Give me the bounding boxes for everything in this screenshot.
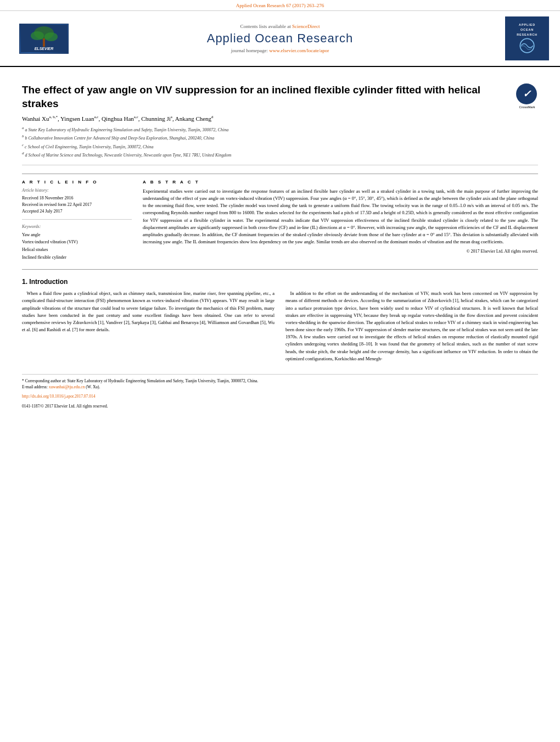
intro-section-name: Introduction (29, 278, 68, 286)
received-date: Received 18 November 2016 (22, 195, 132, 202)
crossmark-label: CrossMark (516, 105, 538, 109)
svg-rect-4 (43, 38, 45, 47)
sciencedirect-label: Contents lists available at (240, 24, 291, 29)
intro-left-text: When a fluid flow pasts a cylindrical ob… (22, 290, 275, 333)
elsevier-logo: ELSEVIER (11, 24, 77, 54)
author-yingsen: Yingsen Luan (60, 115, 94, 122)
article-history-label: Article history: (22, 188, 132, 193)
svg-text:APPLIED: APPLIED (519, 23, 535, 26)
journal-homepage-line: journal homepage: www.elsevier.com/locat… (77, 48, 483, 53)
email-link[interactable]: xuwanhai@tju.edu.cn (49, 384, 85, 389)
keyword-4: Inclined flexible cylinder (22, 254, 132, 261)
keywords-label: Keywords: (22, 224, 132, 229)
corresponding-note: * Corresponding author at: State Key Lab… (22, 378, 538, 384)
svg-point-2 (31, 31, 44, 40)
abstract-copyright: © 2017 Elsevier Ltd. All rights reserved… (143, 249, 538, 254)
svg-text:RESEARCH: RESEARCH (517, 33, 537, 36)
accepted-date: Accepted 24 July 2017 (22, 208, 132, 215)
svg-text:OCEAN: OCEAN (520, 28, 533, 31)
author-yingsen-sup: a,c (94, 115, 98, 119)
revised-date: Received in revised form 22 April 2017 (22, 202, 132, 208)
article-title: The effect of yaw angle on VIV suppressi… (22, 83, 508, 110)
intro-right-text: In addition to the effort on the underst… (285, 290, 538, 362)
sciencedirect-line: Contents lists available at ScienceDirec… (77, 24, 483, 29)
author-ankang: Ankang Cheng (175, 115, 211, 122)
doi-link[interactable]: http://dx.doi.org/10.1016/j.apor.2017.07… (22, 394, 95, 399)
page-bottom-info: http://dx.doi.org/10.1016/j.apor.2017.07… (22, 393, 538, 399)
section-divider (22, 269, 538, 270)
email-label: E-mail address: (22, 384, 48, 389)
main-content: The effect of yaw angle on VIV suppressi… (0, 67, 560, 417)
article-title-text: The effect of yaw angle on VIV suppressi… (22, 83, 508, 159)
intro-right-col: In addition to the effort on the underst… (285, 290, 538, 366)
homepage-label: journal homepage: (231, 48, 268, 53)
homepage-link[interactable]: www.elsevier.com/locate/apor (269, 48, 329, 53)
introduction-section: 1. Introduction When a fluid flow pasts … (22, 278, 538, 366)
article-info-abstract-section: A R T I C L E I N F O Article history: R… (22, 174, 538, 261)
affiliation-d: d d School of Marine Science and Technol… (22, 150, 508, 159)
journal-header: ELSEVIER Contents lists available at Sci… (0, 11, 560, 67)
abstract-col: A B S T R A C T Experimental studies wer… (143, 180, 538, 261)
journal-header-right: APPLIED OCEAN RESEARCH (483, 16, 549, 60)
abstract-header: A B S T R A C T (143, 180, 538, 185)
ocean-research-badge: APPLIED OCEAN RESEARCH (505, 16, 549, 60)
email-suffix: (W. Xu). (86, 384, 100, 389)
article-title-section: The effect of yaw angle on VIV suppressi… (22, 75, 538, 165)
author-chunning: Chunning Ji (141, 115, 170, 122)
affiliations: a a State Key Laboratory of Hydraulic En… (22, 125, 508, 159)
affiliation-c: c c School of Civil Engineering, Tianjin… (22, 142, 508, 150)
article-info-col: A R T I C L E I N F O Article history: R… (22, 180, 132, 261)
footnote-area: * Corresponding author at: State Key Lab… (22, 374, 538, 409)
intro-left-col: When a fluid flow pasts a cylindrical ob… (22, 290, 275, 366)
svg-text:ELSEVIER: ELSEVIER (34, 47, 53, 51)
intro-section-title: 1. Introduction (22, 278, 538, 286)
intro-section-number: 1. (22, 278, 27, 286)
crossmark-circle: ✓ (516, 83, 537, 104)
email-line: E-mail address: xuwanhai@tju.edu.cn (W. … (22, 384, 538, 390)
keyword-3: Helical strakes (22, 246, 132, 254)
abstract-text: Experimental studies were carried out to… (143, 188, 538, 246)
affiliation-a: a a State Key Laboratory of Hydraulic En… (22, 125, 508, 133)
article-info-header: A R T I C L E I N F O (22, 180, 132, 185)
author-qinghua-sup: a,c (134, 115, 138, 119)
sciencedirect-link[interactable]: ScienceDirect (292, 24, 320, 29)
issn-line: 0141-1187/© 2017 Elsevier Ltd. All right… (22, 403, 538, 409)
author-wanhai-sup: a, b,* (49, 115, 58, 119)
svg-point-3 (44, 32, 58, 41)
author-chunning-sup: a (171, 115, 172, 119)
keyword-1: Yaw angle (22, 231, 132, 239)
elsevier-logo-image: ELSEVIER (19, 24, 69, 54)
author-qinghua: Qinghua Han (102, 115, 134, 122)
authors-line: Wanhai Xua, b,*, Yingsen Luana,c, Qinghu… (22, 115, 508, 122)
journal-header-center: Contents lists available at ScienceDirec… (77, 24, 483, 53)
author-wanhai: Wanhai Xu (22, 115, 49, 122)
journal-citation-link[interactable]: Applied Ocean Research 67 (2017) 263–276 (236, 3, 324, 8)
author-ankang-sup: d (211, 115, 214, 119)
affiliation-b: b b Collaborative Innovation Centre for … (22, 133, 508, 142)
journal-header-left: ELSEVIER (11, 24, 77, 54)
journal-title: Applied Ocean Research (77, 31, 483, 46)
intro-body-cols: When a fluid flow pasts a cylindrical ob… (22, 290, 538, 366)
keyword-2: Vortex-induced vibration (VIV) (22, 238, 132, 246)
article-info-divider (22, 219, 132, 220)
crossmark-badge[interactable]: ✓ CrossMark (516, 83, 538, 105)
journal-citation-bar: Applied Ocean Research 67 (2017) 263–276 (0, 0, 560, 11)
